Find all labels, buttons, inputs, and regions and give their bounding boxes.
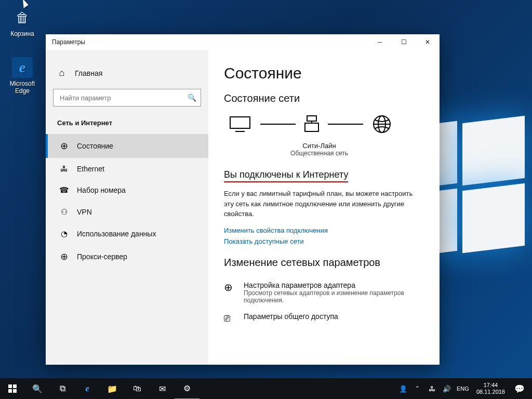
svg-rect-10 [8, 389, 12, 393]
connected-description: Если у вас лимитный тарифный план, вы мо… [224, 189, 424, 219]
sidebar-item-status[interactable]: Состояние [46, 134, 208, 158]
status-icon [59, 140, 69, 152]
sidebar-item-label: Ethernet [77, 165, 104, 173]
close-button[interactable]: ✕ [416, 34, 440, 50]
network-name: Сити-Лайн [215, 142, 424, 150]
connected-heading: Вы подключены к Интернету [224, 169, 348, 182]
option-title: Настройка параметров адаптера [244, 281, 424, 289]
sidebar-item-proxy[interactable]: Прокси-сервер [46, 245, 208, 269]
option-adapter-settings[interactable]: ⊕ Настройка параметров адаптера Просмотр… [224, 276, 424, 307]
search-input[interactable] [59, 94, 188, 102]
tray-time: 17:44 [476, 382, 505, 389]
diagram-router-icon [304, 115, 320, 134]
sharing-icon: ⎚ [224, 312, 236, 324]
sidebar-item-label: Использование данных [77, 230, 156, 238]
sidebar-item-label: VPN [77, 208, 92, 216]
desktop-icon-label: Корзина [4, 30, 41, 37]
page-title: Состояние [224, 64, 424, 82]
search-box[interactable]: 🔍 [53, 89, 201, 107]
option-desc: Просмотр сетевых адаптеров и изменение п… [244, 289, 424, 304]
tray-volume-icon[interactable]: 🔊 [440, 378, 454, 399]
ethernet-icon [59, 164, 69, 173]
svg-rect-9 [13, 384, 17, 388]
tray-network-icon[interactable]: 🖧 [425, 378, 439, 399]
diagram-globe-icon [371, 114, 392, 135]
desktop-icon-edge[interactable]: e Microsoft Edge [4, 57, 41, 95]
tray-people-icon[interactable]: 👤 [396, 378, 410, 399]
network-type: Общественная сеть [215, 150, 424, 157]
settings-window: Параметры ─ ☐ ✕ Главная 🔍 Сеть и Интерне… [46, 34, 440, 365]
tray-notifications-icon[interactable]: 💬 [510, 378, 529, 399]
taskbar: 🔍 ⧉ e 📁 🛍 ✉ ⚙ 👤 ˄ 🖧 🔊 ENG 17:44 08.11.20… [0, 378, 532, 399]
data-usage-icon [59, 229, 69, 238]
sidebar-item-label: Прокси-сервер [77, 252, 127, 261]
vpn-icon [59, 207, 69, 217]
svg-rect-2 [307, 116, 316, 121]
taskbar-edge[interactable]: e [75, 378, 100, 399]
recycle-bin-icon: 🗑 [12, 7, 33, 28]
svg-rect-8 [8, 384, 12, 388]
sidebar: Главная 🔍 Сеть и Интернет Состояние Ethe… [46, 50, 208, 365]
sidebar-item-label: Состояние [77, 142, 113, 150]
change-settings-header: Изменение сетевых параметров [224, 257, 424, 269]
maximize-button[interactable]: ☐ [392, 34, 416, 50]
taskbar-settings[interactable]: ⚙ [175, 378, 200, 399]
diagram-line [260, 124, 296, 125]
dialup-icon [59, 185, 69, 195]
tray-chevron-up-icon[interactable]: ˄ [411, 378, 424, 399]
taskbar-store[interactable]: 🛍 [125, 378, 150, 399]
search-icon: 🔍 [188, 94, 196, 102]
home-button[interactable]: Главная [46, 63, 208, 83]
desktop[interactable]: 🗑 Корзина e Microsoft Edge Параметры ─ ☐… [0, 0, 532, 399]
svg-rect-11 [13, 389, 17, 393]
minimize-button[interactable]: ─ [368, 34, 392, 50]
system-tray: 👤 ˄ 🖧 🔊 ENG 17:44 08.11.2018 💬 [396, 378, 532, 399]
sidebar-item-data-usage[interactable]: Использование данных [46, 223, 208, 245]
tray-language[interactable]: ENG [455, 378, 471, 399]
sidebar-section-header: Сеть и Интернет [46, 116, 208, 134]
home-label: Главная [75, 69, 102, 77]
sidebar-item-vpn[interactable]: VPN [46, 201, 208, 223]
network-status-header: Состояние сети [224, 92, 424, 104]
option-sharing-settings[interactable]: ⎚ Параметры общего доступа [224, 307, 424, 327]
svg-rect-3 [305, 123, 318, 131]
taskbar-search-button[interactable]: 🔍 [25, 378, 50, 399]
sidebar-item-label: Набор номера [77, 186, 126, 194]
tray-date: 08.11.2018 [476, 389, 505, 395]
taskbar-file-explorer[interactable]: 📁 [100, 378, 125, 399]
sidebar-item-dialup[interactable]: Набор номера [46, 179, 208, 201]
diagram-line [328, 124, 363, 125]
option-title: Параметры общего доступа [244, 312, 338, 321]
tray-clock[interactable]: 17:44 08.11.2018 [472, 382, 509, 395]
link-change-connection-props[interactable]: Изменить свойства подключения [224, 227, 424, 234]
start-button[interactable] [0, 378, 25, 399]
desktop-icon-recycle-bin[interactable]: 🗑 Корзина [4, 7, 41, 37]
link-show-available-networks[interactable]: Показать доступные сети [224, 237, 424, 245]
network-diagram [224, 112, 424, 139]
sidebar-item-ethernet[interactable]: Ethernet [46, 158, 208, 179]
desktop-icon-label: Microsoft Edge [4, 80, 41, 95]
home-icon [57, 68, 66, 78]
taskbar-mail[interactable]: ✉ [150, 378, 175, 399]
window-title: Параметры [52, 38, 368, 46]
task-view-button[interactable]: ⧉ [50, 378, 75, 399]
content-pane: Состояние Состояние сети Си [208, 50, 440, 365]
titlebar[interactable]: Параметры ─ ☐ ✕ [46, 34, 440, 50]
adapter-icon: ⊕ [224, 281, 236, 294]
edge-icon: e [12, 57, 33, 78]
svg-rect-0 [230, 117, 250, 128]
proxy-icon [59, 251, 69, 262]
diagram-pc-icon [228, 115, 252, 134]
